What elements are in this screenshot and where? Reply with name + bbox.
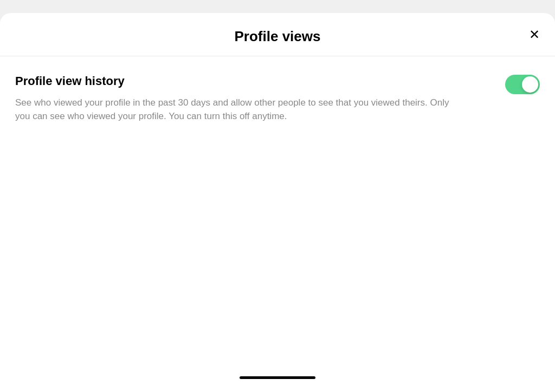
setting-row: Profile view history See who viewed your… [15, 74, 540, 123]
profile-view-history-toggle[interactable] [505, 75, 540, 94]
modal-title: Profile views [235, 28, 321, 45]
modal-body: Profile view history See who viewed your… [0, 56, 555, 376]
setting-text: Profile view history See who viewed your… [15, 74, 494, 123]
modal: Profile views ✕ Profile view history See… [0, 13, 555, 392]
setting-description: See who viewed your profile in the past … [15, 96, 460, 123]
setting-title: Profile view history [15, 74, 494, 89]
home-indicator [240, 376, 315, 379]
toggle-wrapper [505, 74, 540, 94]
toggle-knob [522, 76, 538, 93]
close-button[interactable]: ✕ [527, 26, 542, 43]
modal-header: Profile views ✕ [0, 13, 555, 56]
bottom-bar [0, 376, 555, 392]
